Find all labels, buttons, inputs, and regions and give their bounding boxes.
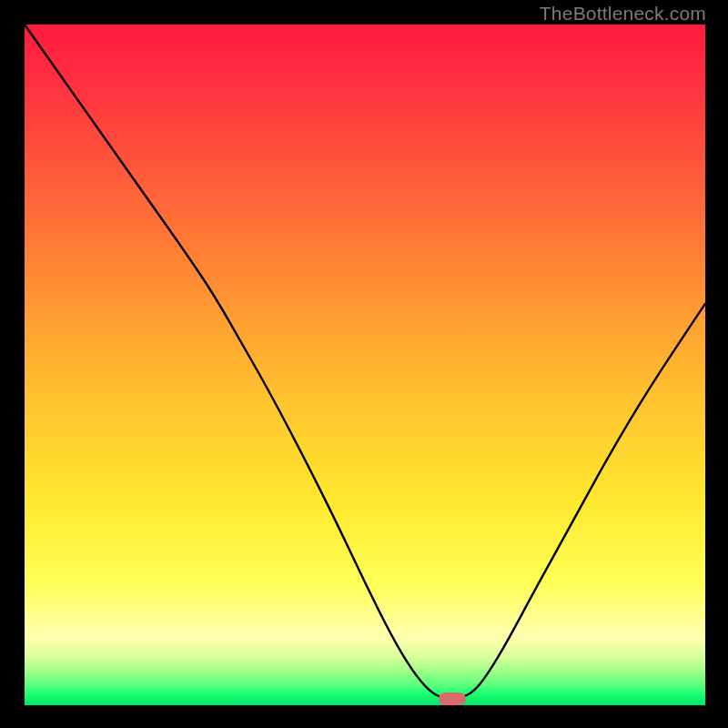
plot-area	[25, 25, 705, 705]
bottleneck-curve	[25, 25, 705, 705]
optimal-marker	[439, 693, 466, 705]
chart-frame: TheBottleneck.com	[0, 0, 728, 728]
watermark-text: TheBottleneck.com	[540, 3, 706, 25]
